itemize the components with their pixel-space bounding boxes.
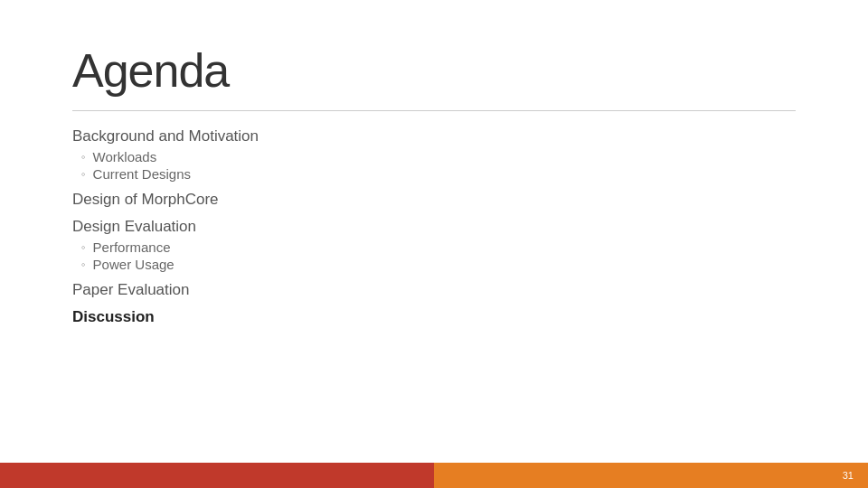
agenda-item-title-design-eval: Design Evaluation [72, 218, 796, 236]
agenda-item-design-eval: Design Evaluation Performance Power Usag… [72, 218, 796, 272]
page-number: 31 [843, 470, 854, 481]
agenda-item-background: Background and Motivation Workloads Curr… [72, 127, 796, 182]
agenda-item-morphcore: Design of MorphCore [72, 191, 796, 209]
slide-container: Agenda Background and Motivation Workloa… [0, 0, 868, 488]
slide-title: Agenda [72, 43, 796, 98]
agenda-item-title-paper-eval: Paper Evaluation [72, 281, 796, 299]
sub-item-performance: Performance [81, 239, 796, 255]
agenda-item-discussion: Discussion [72, 308, 796, 326]
divider [72, 110, 796, 111]
sub-item-workloads: Workloads [81, 149, 796, 164]
sub-item-current-designs: Current Designs [81, 166, 796, 182]
agenda-item-title-morphcore: Design of MorphCore [72, 191, 796, 209]
footer-bar: 31 [0, 463, 868, 488]
sub-items-background: Workloads Current Designs [72, 149, 796, 182]
slide-content: Agenda Background and Motivation Workloa… [0, 0, 868, 463]
agenda-item-title-background: Background and Motivation [72, 127, 796, 145]
agenda-item-title-discussion: Discussion [72, 308, 796, 326]
sub-item-power-usage: Power Usage [81, 257, 796, 272]
sub-items-design-eval: Performance Power Usage [72, 239, 796, 272]
agenda-item-paper-eval: Paper Evaluation [72, 281, 796, 299]
